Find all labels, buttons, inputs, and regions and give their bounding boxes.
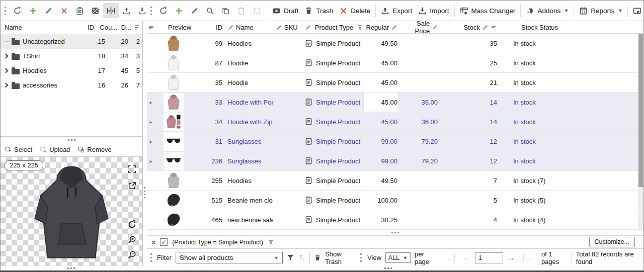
filter-select[interactable]: Show all products▼ xyxy=(176,252,283,263)
product-row[interactable]: 515 Beanie men clon Simple Product 100.0… xyxy=(147,191,643,210)
export-button[interactable]: Export xyxy=(378,3,415,18)
scrollbar-thumb[interactable] xyxy=(638,34,643,187)
add-product-button[interactable] xyxy=(171,3,187,18)
select-image-button[interactable]: Select xyxy=(5,146,32,153)
cell-regular-price[interactable]: 49.50 xyxy=(363,40,397,47)
category-preview-button[interactable] xyxy=(72,3,88,18)
product-row[interactable]: 87 Hoodie Simple Product 45.00 25 In sto… xyxy=(147,53,643,73)
cell-stock[interactable]: 14 xyxy=(438,118,497,126)
edit-category-button[interactable] xyxy=(41,3,56,18)
statusbar-grip-icon[interactable] xyxy=(360,253,362,262)
customize-button[interactable]: Customize... xyxy=(589,237,635,247)
cell-product-type[interactable]: Simple Product xyxy=(298,157,363,165)
tree-row-hoodies[interactable]: Hoodies 17 45 5 xyxy=(1,63,142,78)
cell-stock[interactable]: 21 xyxy=(438,79,497,86)
cell-regular-price[interactable]: 45.00 xyxy=(363,59,397,67)
cell-product-type[interactable]: Simple Product xyxy=(298,137,363,145)
rotate-icon[interactable] xyxy=(128,220,136,229)
cell-name[interactable]: Hoodie with Zip xyxy=(222,118,273,126)
first-page-button[interactable]: ← xyxy=(446,254,455,261)
column-header-stock-status[interactable]: Stock Status xyxy=(497,24,598,31)
cell-name[interactable]: Hoodie xyxy=(222,59,273,67)
column-header-stock[interactable]: Stock xyxy=(438,24,497,31)
addons-button[interactable]: Addons▼ xyxy=(523,3,572,18)
cell-id[interactable]: 35 xyxy=(192,79,222,86)
copy-button[interactable] xyxy=(218,3,233,18)
product-row[interactable]: 35 Hoodie Simple Product 45.00 21 In sto… xyxy=(147,73,643,93)
cell-stock-status[interactable]: In stock xyxy=(497,59,598,67)
column-header-preview[interactable]: Preview xyxy=(155,24,192,31)
product-preview-cell[interactable] xyxy=(155,34,192,53)
tree-row-uncategorized[interactable]: Uncategorized 15 20 2 xyxy=(1,34,142,49)
column-header-sale-price[interactable]: Sale Price xyxy=(397,20,438,35)
tree-row-tshirt[interactable]: TShirt 18 34 3 xyxy=(1,49,142,63)
image-adjust-button[interactable] xyxy=(88,3,103,18)
product-row[interactable]: ▸ 236 Sunglasses Simple Product 99.00 79… xyxy=(147,151,643,171)
cell-name[interactable]: Sunglasses xyxy=(222,138,273,145)
cell-stock[interactable]: 25 xyxy=(438,59,497,67)
delete-button[interactable]: Delete xyxy=(336,3,373,18)
cell-product-type[interactable]: Simple Product xyxy=(298,216,363,224)
trash-button[interactable]: Trash xyxy=(301,3,336,18)
sort-icon[interactable] xyxy=(131,24,142,31)
add-category-button[interactable] xyxy=(25,3,41,18)
cell-regular-price[interactable]: 100.00 xyxy=(363,197,397,204)
cell-regular-price[interactable]: 49.50 xyxy=(363,177,397,185)
cell-name[interactable]: Hoodie xyxy=(222,79,273,86)
per-page-select[interactable]: ALL▼ xyxy=(385,252,411,263)
row-expand-icon[interactable]: ▸ xyxy=(147,158,155,164)
cell-name[interactable]: Sunglasses xyxy=(222,157,273,165)
product-row[interactable]: ▸ 34 Hoodie with Zip Simple Product 45.0… xyxy=(147,112,643,132)
view-button[interactable]: View▼ xyxy=(630,3,644,18)
cell-stock-status[interactable]: In stock xyxy=(497,40,598,47)
cell-stock-status[interactable]: In stock xyxy=(497,79,598,86)
cell-regular-price[interactable]: 45.00 xyxy=(363,79,397,86)
clear-filter-icon[interactable] xyxy=(298,253,305,262)
cell-stock-status[interactable]: In stock (7) xyxy=(497,177,598,185)
show-trash-button[interactable]: Show Trash xyxy=(325,250,355,265)
previous-page-button[interactable]: ← xyxy=(463,254,471,261)
product-row[interactable]: 255 Hoodies Simple Product 49.50 7 In st… xyxy=(147,171,643,191)
cell-stock-status[interactable]: In stock xyxy=(497,118,598,126)
cell-product-type[interactable]: Simple Product xyxy=(298,59,363,67)
cell-stock[interactable]: 5 xyxy=(438,197,497,204)
column-header-id[interactable]: ID xyxy=(74,24,94,31)
cell-sale-price[interactable]: 36.00 xyxy=(397,99,438,106)
reports-button[interactable]: Reports▼ xyxy=(576,3,625,18)
cell-stock-status[interactable]: In stock xyxy=(497,157,598,165)
cell-stock[interactable]: 4 xyxy=(438,216,497,224)
product-preview-cell[interactable] xyxy=(155,73,192,92)
open-external-icon[interactable] xyxy=(128,182,136,190)
product-preview-cell[interactable] xyxy=(155,211,192,229)
product-preview-cell[interactable] xyxy=(155,191,192,210)
cell-product-type[interactable]: Simple Product xyxy=(298,196,363,204)
column-header-d[interactable]: D... xyxy=(117,24,131,31)
grid-panel-resize-handle[interactable] xyxy=(384,267,392,269)
paste-button[interactable] xyxy=(233,3,249,18)
paste-special-button[interactable] xyxy=(249,3,265,18)
mass-changer-button[interactable]: Mass Changer xyxy=(457,3,519,18)
zoom-out-icon[interactable] xyxy=(128,250,136,259)
product-preview-cell[interactable] xyxy=(155,171,192,190)
vertical-scrollbar[interactable] xyxy=(638,34,643,230)
cell-stock[interactable]: 14 xyxy=(438,99,497,106)
grid-resize-handle[interactable] xyxy=(147,230,643,236)
import-button[interactable]: Import xyxy=(415,3,452,18)
cell-product-type[interactable]: Simple Product xyxy=(298,98,363,106)
edit-product-button[interactable] xyxy=(187,3,202,18)
search-button[interactable] xyxy=(202,3,218,18)
product-preview-cell[interactable] xyxy=(155,54,192,72)
zoom-in-icon[interactable] xyxy=(128,235,136,244)
toolbar-grip-icon[interactable] xyxy=(5,7,6,15)
delete-category-button[interactable] xyxy=(56,3,72,18)
product-preview-cell[interactable] xyxy=(155,132,192,151)
row-expand-icon[interactable]: ▸ xyxy=(147,100,155,105)
product-preview-cell[interactable] xyxy=(155,93,192,112)
column-header-name[interactable]: Name xyxy=(222,24,273,31)
statusbar-grip-icon[interactable] xyxy=(150,253,152,262)
column-header-id[interactable]: ID xyxy=(192,24,222,31)
cell-id[interactable]: 99 xyxy=(192,40,222,47)
cell-stock[interactable]: 7 xyxy=(438,177,497,185)
remove-image-button[interactable]: Remove xyxy=(78,146,111,153)
cell-stock-status[interactable]: In stock (5) xyxy=(497,197,598,204)
